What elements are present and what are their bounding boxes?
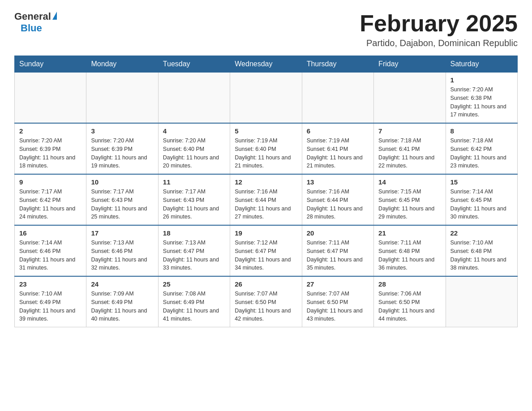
calendar-week-row: 16Sunrise: 7:14 AMSunset: 6:46 PMDayligh… xyxy=(15,225,518,276)
day-info: Sunrise: 7:12 AMSunset: 6:47 PMDaylight:… xyxy=(235,239,297,272)
calendar-week-row: 9Sunrise: 7:17 AMSunset: 6:42 PMDaylight… xyxy=(15,174,518,225)
day-info: Sunrise: 7:20 AMSunset: 6:40 PMDaylight:… xyxy=(163,137,225,170)
day-info: Sunrise: 7:17 AMSunset: 6:43 PMDaylight:… xyxy=(91,188,153,221)
day-number: 28 xyxy=(378,280,441,288)
calendar-cell xyxy=(302,72,373,123)
calendar-cell: 15Sunrise: 7:14 AMSunset: 6:45 PMDayligh… xyxy=(446,174,517,225)
calendar-cell: 11Sunrise: 7:17 AMSunset: 6:43 PMDayligh… xyxy=(158,174,230,225)
day-info: Sunrise: 7:20 AMSunset: 6:39 PMDaylight:… xyxy=(19,137,82,170)
day-info: Sunrise: 7:11 AMSunset: 6:48 PMDaylight:… xyxy=(378,239,441,272)
calendar-cell: 3Sunrise: 7:20 AMSunset: 6:39 PMDaylight… xyxy=(86,123,158,174)
day-info: Sunrise: 7:08 AMSunset: 6:49 PMDaylight:… xyxy=(163,290,225,323)
calendar-cell: 24Sunrise: 7:09 AMSunset: 6:49 PMDayligh… xyxy=(86,276,158,327)
day-number: 17 xyxy=(91,229,153,237)
calendar-header-tuesday: Tuesday xyxy=(158,56,230,72)
day-info: Sunrise: 7:18 AMSunset: 6:41 PMDaylight:… xyxy=(378,137,441,170)
day-number: 26 xyxy=(235,280,297,288)
day-info: Sunrise: 7:14 AMSunset: 6:46 PMDaylight:… xyxy=(19,239,82,272)
day-number: 20 xyxy=(307,229,369,237)
day-info: Sunrise: 7:19 AMSunset: 6:40 PMDaylight:… xyxy=(235,137,297,170)
logo-general-text: General xyxy=(14,11,51,22)
calendar-header-row: SundayMondayTuesdayWednesdayThursdayFrid… xyxy=(15,56,518,72)
day-info: Sunrise: 7:19 AMSunset: 6:41 PMDaylight:… xyxy=(307,137,369,170)
day-info: Sunrise: 7:10 AMSunset: 6:49 PMDaylight:… xyxy=(19,290,82,323)
day-info: Sunrise: 7:16 AMSunset: 6:44 PMDaylight:… xyxy=(235,188,297,221)
day-number: 11 xyxy=(163,178,225,186)
day-info: Sunrise: 7:06 AMSunset: 6:50 PMDaylight:… xyxy=(378,290,441,323)
day-info: Sunrise: 7:16 AMSunset: 6:44 PMDaylight:… xyxy=(307,188,369,221)
calendar-header-saturday: Saturday xyxy=(446,56,517,72)
location-subtitle: Partido, Dajabon, Dominican Republic xyxy=(360,38,518,48)
calendar-cell: 8Sunrise: 7:18 AMSunset: 6:42 PMDaylight… xyxy=(446,123,517,174)
calendar-cell: 22Sunrise: 7:10 AMSunset: 6:48 PMDayligh… xyxy=(446,225,517,276)
day-info: Sunrise: 7:17 AMSunset: 6:42 PMDaylight:… xyxy=(19,188,82,221)
calendar-cell: 27Sunrise: 7:07 AMSunset: 6:50 PMDayligh… xyxy=(302,276,373,327)
day-number: 12 xyxy=(235,178,297,186)
calendar-cell xyxy=(158,72,230,123)
day-number: 2 xyxy=(19,127,82,135)
calendar-cell: 10Sunrise: 7:17 AMSunset: 6:43 PMDayligh… xyxy=(86,174,158,225)
calendar-cell: 7Sunrise: 7:18 AMSunset: 6:41 PMDaylight… xyxy=(374,123,446,174)
day-info: Sunrise: 7:10 AMSunset: 6:48 PMDaylight:… xyxy=(450,239,513,272)
calendar-cell xyxy=(15,72,86,123)
day-info: Sunrise: 7:07 AMSunset: 6:50 PMDaylight:… xyxy=(307,290,369,323)
logo: General Blue xyxy=(14,11,57,34)
calendar-header-thursday: Thursday xyxy=(302,56,373,72)
calendar-cell: 9Sunrise: 7:17 AMSunset: 6:42 PMDaylight… xyxy=(15,174,86,225)
calendar-week-row: 2Sunrise: 7:20 AMSunset: 6:39 PMDaylight… xyxy=(15,123,518,174)
day-number: 24 xyxy=(91,280,153,288)
logo-blue-text: Blue xyxy=(21,22,42,34)
calendar-cell: 25Sunrise: 7:08 AMSunset: 6:49 PMDayligh… xyxy=(158,276,230,327)
calendar-cell xyxy=(374,72,446,123)
day-number: 18 xyxy=(163,229,225,237)
day-number: 27 xyxy=(307,280,369,288)
calendar-cell: 12Sunrise: 7:16 AMSunset: 6:44 PMDayligh… xyxy=(230,174,302,225)
calendar-cell: 16Sunrise: 7:14 AMSunset: 6:46 PMDayligh… xyxy=(15,225,86,276)
calendar-cell xyxy=(446,276,517,327)
day-info: Sunrise: 7:09 AMSunset: 6:49 PMDaylight:… xyxy=(91,290,153,323)
calendar-cell: 26Sunrise: 7:07 AMSunset: 6:50 PMDayligh… xyxy=(230,276,302,327)
calendar-cell: 21Sunrise: 7:11 AMSunset: 6:48 PMDayligh… xyxy=(374,225,446,276)
calendar-cell: 6Sunrise: 7:19 AMSunset: 6:41 PMDaylight… xyxy=(302,123,373,174)
calendar-cell: 2Sunrise: 7:20 AMSunset: 6:39 PMDaylight… xyxy=(15,123,86,174)
day-number: 10 xyxy=(91,178,153,186)
day-number: 19 xyxy=(235,229,297,237)
calendar-cell: 23Sunrise: 7:10 AMSunset: 6:49 PMDayligh… xyxy=(15,276,86,327)
day-number: 16 xyxy=(19,229,82,237)
day-number: 22 xyxy=(450,229,513,237)
calendar-cell: 18Sunrise: 7:13 AMSunset: 6:47 PMDayligh… xyxy=(158,225,230,276)
day-number: 4 xyxy=(163,127,225,135)
day-info: Sunrise: 7:17 AMSunset: 6:43 PMDaylight:… xyxy=(163,188,225,221)
calendar-cell: 1Sunrise: 7:20 AMSunset: 6:38 PMDaylight… xyxy=(446,72,517,123)
month-title: February 2025 xyxy=(360,11,518,36)
calendar-cell: 17Sunrise: 7:13 AMSunset: 6:46 PMDayligh… xyxy=(86,225,158,276)
day-number: 8 xyxy=(450,127,513,135)
calendar-cell: 19Sunrise: 7:12 AMSunset: 6:47 PMDayligh… xyxy=(230,225,302,276)
day-info: Sunrise: 7:18 AMSunset: 6:42 PMDaylight:… xyxy=(450,137,513,170)
calendar-header-sunday: Sunday xyxy=(15,56,86,72)
calendar-cell: 4Sunrise: 7:20 AMSunset: 6:40 PMDaylight… xyxy=(158,123,230,174)
day-number: 13 xyxy=(307,178,369,186)
day-info: Sunrise: 7:13 AMSunset: 6:46 PMDaylight:… xyxy=(91,239,153,272)
day-number: 6 xyxy=(307,127,369,135)
logo-triangle-icon xyxy=(52,12,57,20)
calendar-header-wednesday: Wednesday xyxy=(230,56,302,72)
day-number: 25 xyxy=(163,280,225,288)
day-info: Sunrise: 7:20 AMSunset: 6:39 PMDaylight:… xyxy=(91,137,153,170)
calendar-cell: 14Sunrise: 7:15 AMSunset: 6:45 PMDayligh… xyxy=(374,174,446,225)
day-info: Sunrise: 7:11 AMSunset: 6:47 PMDaylight:… xyxy=(307,239,369,272)
day-number: 5 xyxy=(235,127,297,135)
calendar-week-row: 1Sunrise: 7:20 AMSunset: 6:38 PMDaylight… xyxy=(15,72,518,123)
calendar-cell xyxy=(86,72,158,123)
day-number: 15 xyxy=(450,178,513,186)
calendar-week-row: 23Sunrise: 7:10 AMSunset: 6:49 PMDayligh… xyxy=(15,276,518,327)
calendar-cell: 13Sunrise: 7:16 AMSunset: 6:44 PMDayligh… xyxy=(302,174,373,225)
calendar-cell xyxy=(230,72,302,123)
calendar-header-monday: Monday xyxy=(86,56,158,72)
day-number: 7 xyxy=(378,127,441,135)
calendar-cell: 5Sunrise: 7:19 AMSunset: 6:40 PMDaylight… xyxy=(230,123,302,174)
page-header: General Blue February 2025 Partido, Daja… xyxy=(14,11,518,48)
day-number: 1 xyxy=(450,76,513,84)
day-number: 9 xyxy=(19,178,82,186)
title-area: February 2025 Partido, Dajabon, Dominica… xyxy=(360,11,518,48)
